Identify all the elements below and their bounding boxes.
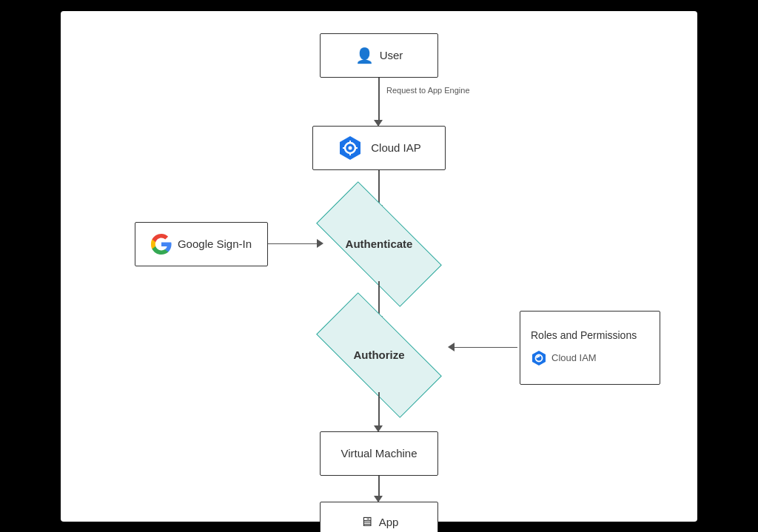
svg-marker-7 xyxy=(532,351,546,366)
virtual-machine-box: Virtual Machine xyxy=(320,431,438,476)
arrowhead-google-to-auth xyxy=(317,239,323,248)
app-box: 🖥 App xyxy=(320,502,438,533)
diagram-container: 👤 User Request to App Engine Cloud IAP xyxy=(61,11,697,522)
cloud-iap-label: Cloud IAP xyxy=(371,141,421,154)
roles-permissions-box: Roles and Permissions Cloud IAM xyxy=(520,311,660,385)
svg-point-9 xyxy=(538,355,540,357)
cloud-iap-box: Cloud IAP xyxy=(312,126,446,170)
app-label: App xyxy=(379,516,399,528)
authorize-diamond: Authorize xyxy=(305,318,453,392)
user-icon: 👤 xyxy=(355,47,374,64)
arrow-authz-to-vm xyxy=(378,392,380,428)
arrow-google-to-auth xyxy=(268,243,320,245)
arrow-roles-to-authz xyxy=(455,347,517,349)
user-box: 👤 User xyxy=(320,33,438,78)
google-icon xyxy=(151,234,172,255)
cloud-iam-label: Cloud IAM xyxy=(551,352,597,363)
cloud-iap-icon xyxy=(337,135,363,161)
arrowhead-roles-to-authz xyxy=(448,343,455,351)
authenticate-diamond: Authenticate xyxy=(305,207,453,281)
request-label: Request to App Engine xyxy=(386,85,470,95)
arrow-vm-to-app xyxy=(378,476,380,498)
user-label: User xyxy=(380,49,403,61)
cloud-iam-icon xyxy=(531,350,547,366)
google-signin-label: Google Sign-In xyxy=(178,238,252,250)
svg-point-2 xyxy=(349,146,352,149)
roles-permissions-title: Roles and Permissions xyxy=(531,329,637,341)
google-signin-box: Google Sign-In xyxy=(135,222,268,266)
virtual-machine-label: Virtual Machine xyxy=(341,447,417,459)
arrow-user-to-iap xyxy=(378,78,380,122)
app-icon: 🖥 xyxy=(360,514,373,530)
